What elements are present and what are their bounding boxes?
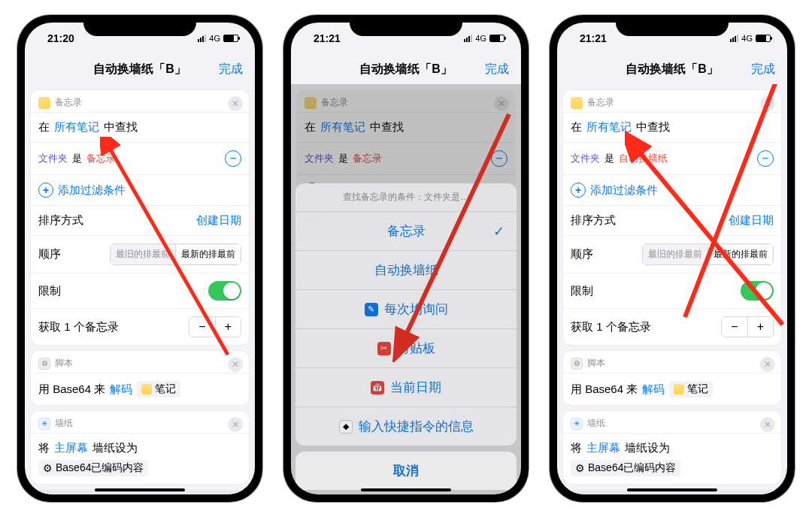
count-stepper[interactable]: − + — [721, 316, 774, 337]
home-indicator — [627, 488, 717, 491]
shortcut-icon: ◆ — [339, 420, 353, 434]
card-app-label: 备忘录 — [55, 96, 82, 109]
sheet-option-auto-wall[interactable]: 自动换墙纸 — [295, 251, 517, 290]
close-card-button[interactable]: ✕ — [228, 417, 243, 432]
sort-value[interactable]: 创建日期 — [729, 213, 774, 228]
done-button[interactable]: 完成 — [485, 62, 509, 77]
card-app-label: 墙纸 — [55, 417, 73, 430]
sheet-option-date[interactable]: 📅 当前日期 — [295, 368, 517, 407]
all-notes-link[interactable]: 所有笔记 — [54, 120, 99, 135]
home-indicator — [361, 488, 451, 491]
wallpaper-card: ✳ 墙纸 ✕ 将 主屏幕 墙纸设为 ⚙ Base64已编码内容 — [31, 411, 249, 484]
limit-switch[interactable] — [741, 281, 774, 301]
battery-icon — [223, 35, 238, 42]
seg-newest[interactable]: 最新的排最前 — [708, 243, 774, 265]
sheet-option-label: 自动换墙纸 — [374, 262, 438, 279]
count-stepper[interactable]: − + — [189, 316, 241, 337]
text-set2: 墙纸设为 — [92, 441, 138, 455]
home-screen-link[interactable]: 主屏幕 — [586, 441, 620, 455]
card-app-label: 备忘录 — [587, 96, 614, 109]
add-filter-label[interactable]: 添加过滤条件 — [58, 183, 126, 198]
all-notes-link[interactable]: 所有笔记 — [586, 120, 632, 135]
wallpaper-app-icon: ✳ — [38, 418, 50, 430]
done-button[interactable]: 完成 — [219, 62, 243, 77]
base64-token[interactable]: ⚙ Base64已编码内容 — [38, 460, 148, 476]
limit-label: 限制 — [38, 284, 61, 298]
close-card-button[interactable]: ✕ — [760, 357, 775, 372]
phone-frame-3: 21:21 4G 自动换墙纸「B」 完成 备忘录 ✕ 在 所有笔记 — [550, 15, 795, 502]
sheet-header: 查找备忘录的条件：文件夹是… — [295, 183, 517, 212]
sort-value[interactable]: 创建日期 — [196, 213, 241, 228]
base64-token[interactable]: ⚙ Base64已编码内容 — [571, 460, 680, 476]
script-app-icon: ⚙ — [38, 358, 50, 370]
seg-oldest[interactable]: 最旧的排最前 — [110, 243, 176, 265]
base64-card: ⚙ 脚本 ✕ 用 Base64 来 解码 笔记 — [563, 351, 781, 405]
check-icon: ✓ — [493, 223, 504, 240]
card-app-label: 脚本 — [587, 357, 605, 370]
sheet-option-label: 备忘录 — [387, 222, 426, 240]
nav-title: 自动换墙纸「B」 — [93, 62, 186, 77]
close-card-button[interactable]: ✕ — [228, 96, 243, 111]
notes-app-icon — [38, 97, 50, 109]
sheet-option-ask[interactable]: ✎ 每次均询问 — [295, 290, 517, 329]
note-token[interactable]: 笔记 — [669, 381, 713, 398]
sheet-option-clipboard[interactable]: ✂ 剪贴板 — [295, 329, 517, 368]
text-find: 中查找 — [636, 120, 670, 135]
nav-title: 自动换墙纸「B」 — [626, 62, 719, 77]
order-segmented[interactable]: 最旧的排最前 最新的排最前 — [642, 243, 774, 265]
order-segmented[interactable]: 最旧的排最前 最新的排最前 — [110, 243, 241, 265]
sheet-option-notes[interactable]: 备忘录 ✓ — [295, 212, 517, 251]
sort-label: 排序方式 — [571, 213, 616, 228]
signal-icon — [730, 35, 738, 42]
card-app-label: 脚本 — [55, 357, 73, 370]
signal-icon — [464, 35, 472, 42]
phone-frame-1: 21:20 4G 自动换墙纸「B」 完成 备忘录 ✕ 在 所有笔记 — [17, 15, 262, 502]
stepper-minus[interactable]: − — [189, 317, 215, 337]
phone-frame-2: 21:21 4G 自动换墙纸「B」 完成 备忘录 ✕ 在 所有笔记 — [283, 15, 529, 502]
notes-token-icon — [141, 384, 152, 395]
script-app-icon: ⚙ — [571, 358, 583, 370]
sheet-option-shortcut-input[interactable]: ◆ 输入快捷指令的信息 — [295, 407, 517, 446]
close-card-button[interactable]: ✕ — [760, 417, 775, 432]
clock: 21:21 — [314, 32, 341, 44]
battery-icon — [756, 35, 771, 42]
remove-filter-button[interactable]: − — [757, 150, 774, 167]
notch — [350, 15, 462, 36]
ask-icon: ✎ — [365, 303, 378, 316]
text-in: 在 — [571, 120, 582, 135]
stepper-plus[interactable]: + — [215, 317, 241, 337]
decode-link[interactable]: 解码 — [110, 382, 132, 397]
gear-icon: ⚙ — [43, 462, 53, 474]
done-button[interactable]: 完成 — [751, 62, 775, 77]
action-sheet-overlay[interactable]: 查找备忘录的条件：文件夹是… 备忘录 ✓ 自动换墙纸 ✎ 每次均询问 ✂ 剪贴 — [291, 84, 521, 494]
seg-newest[interactable]: 最新的排最前 — [176, 243, 241, 265]
close-card-button[interactable]: ✕ — [760, 96, 775, 111]
note-token[interactable]: 笔记 — [137, 381, 180, 398]
wallpaper-card: ✳ 墙纸 ✕ 将 主屏幕 墙纸设为 ⚙ Base64已编码内容 — [563, 411, 781, 484]
folder-value[interactable]: 自动换墙纸 — [619, 152, 668, 165]
seg-oldest[interactable]: 最旧的排最前 — [642, 243, 708, 265]
notch — [83, 15, 196, 36]
add-filter-label[interactable]: 添加过滤条件 — [590, 183, 658, 198]
sheet-option-label: 剪贴板 — [397, 340, 435, 357]
date-icon: 📅 — [371, 381, 384, 395]
is-label: 是 — [72, 152, 82, 165]
sheet-cancel-button[interactable]: 取消 — [295, 452, 517, 490]
text-set1: 将 — [38, 441, 50, 455]
add-filter-icon[interactable]: + — [571, 183, 586, 198]
home-screen-link[interactable]: 主屏幕 — [54, 441, 88, 455]
folder-value[interactable]: 备忘录 — [86, 152, 116, 165]
sort-label: 排序方式 — [38, 213, 83, 228]
remove-filter-button[interactable]: − — [225, 150, 241, 167]
close-card-button[interactable]: ✕ — [228, 357, 243, 372]
notes-app-icon — [571, 97, 583, 109]
add-filter-icon[interactable]: + — [38, 183, 53, 198]
text-use: 用 Base64 来 — [38, 382, 105, 397]
decode-link[interactable]: 解码 — [642, 382, 665, 397]
battery-icon — [489, 35, 504, 42]
limit-switch[interactable] — [208, 281, 241, 301]
stepper-minus[interactable]: − — [722, 317, 747, 337]
text-set1: 将 — [571, 441, 582, 455]
stepper-plus[interactable]: + — [747, 317, 773, 337]
get-one-label: 获取 1 个备忘录 — [38, 320, 119, 334]
